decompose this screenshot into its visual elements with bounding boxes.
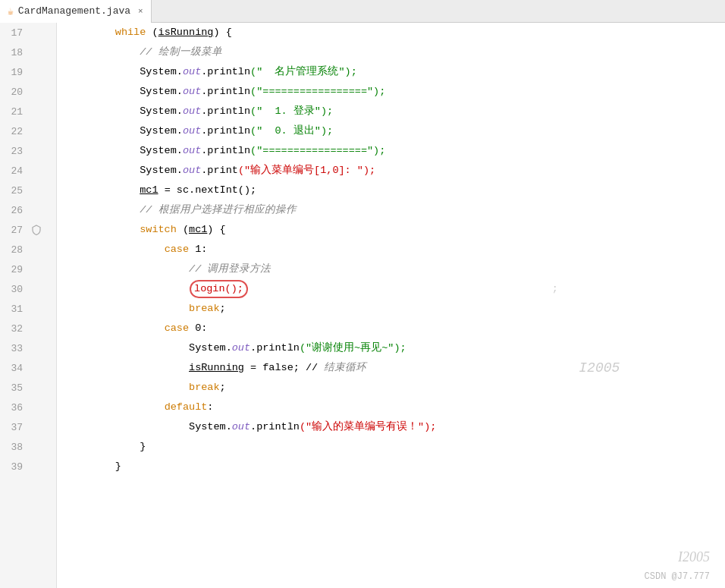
code-token: System. <box>66 141 183 161</box>
code-token: . <box>201 141 207 161</box>
code-line: mc1 = sc.nextInt(); <box>57 181 725 200</box>
tab-bar: ☕ CardManagement.java × <box>0 0 725 23</box>
code-token <box>66 220 140 240</box>
line-number: 23 <box>0 146 29 157</box>
gutter-row: 19 <box>0 62 56 82</box>
code-token: println <box>207 102 250 121</box>
editor-tab[interactable]: ☕ CardManagement.java × <box>0 0 152 23</box>
code-line: System.out.println("输入的菜单编号有误！"); <box>57 417 725 437</box>
gutter-row: 24 <box>0 161 56 181</box>
code-token: switch <box>140 220 177 240</box>
code-token: // <box>66 42 158 62</box>
code-token: while <box>115 23 146 42</box>
line-number: 22 <box>0 126 29 137</box>
code-token: break <box>189 378 220 398</box>
code-token: 0: <box>189 319 207 338</box>
code-area[interactable]: while (isRunning) { // 绘制一级菜单 System.out… <box>57 23 725 588</box>
tab-close-button[interactable]: × <box>138 7 143 16</box>
line-number: 33 <box>0 343 29 354</box>
code-token: out <box>183 82 201 102</box>
code-token: System. <box>66 417 232 437</box>
code-token: ) { <box>207 220 225 240</box>
code-token: (" 0. 退出"); <box>250 121 333 141</box>
code-token: default <box>165 398 208 417</box>
code-token <box>66 398 165 417</box>
code-token: ("输入的菜单编号有误！"); <box>300 417 437 437</box>
code-line: System.out.print("输入菜单编号[1,0]: "); <box>57 161 725 181</box>
code-token: } <box>66 457 121 476</box>
code-token: ("输入菜单编号[1,0]: "); <box>238 161 375 181</box>
code-token: 根据用户选择进行相应的操作 <box>158 200 297 220</box>
code-line: case 0: <box>57 319 725 338</box>
code-token: 绘制一级菜单 <box>158 42 222 62</box>
gutter-row: 30 <box>0 279 56 299</box>
line-number: 27 <box>0 225 29 236</box>
code-token: println <box>207 141 250 161</box>
code-token: = sc.nextInt(); <box>158 181 257 200</box>
code-token: System. <box>66 62 183 82</box>
inline-watermark: I2005 <box>366 358 620 378</box>
line-number: 25 <box>0 185 29 197</box>
code-token: (" 名片管理系统"); <box>250 62 357 82</box>
code-line: login();; <box>57 279 725 299</box>
code-token: 1: <box>189 240 207 259</box>
code-token: ; <box>220 299 226 319</box>
code-token: 结束循环 <box>324 358 366 378</box>
code-token: . <box>250 417 256 437</box>
gutter-row: 34 <box>0 358 56 378</box>
line-number: 37 <box>0 422 29 433</box>
gutter-row: 29 <box>0 259 56 279</box>
code-token: 调用登录方法 <box>207 259 271 279</box>
code-token: // <box>66 200 158 220</box>
line-number: 32 <box>0 323 29 335</box>
editor-window: ☕ CardManagement.java × 1718192021222324… <box>0 0 725 588</box>
code-token <box>66 181 140 200</box>
gutter-row: 20 <box>0 82 56 102</box>
code-line: // 根据用户选择进行相应的操作 <box>57 200 725 220</box>
code-token: . <box>201 82 207 102</box>
code-token: case <box>165 240 189 259</box>
gutter-row: 21 <box>0 102 56 121</box>
code-line: while (isRunning) { <box>57 23 725 42</box>
editor-body: 1718192021222324252627282930313233343536… <box>0 23 725 588</box>
code-token <box>66 378 189 398</box>
code-token: out <box>232 338 250 358</box>
code-token: System. <box>66 82 183 102</box>
code-token: } <box>66 437 146 457</box>
code-token <box>66 23 115 42</box>
code-token: System. <box>66 121 183 141</box>
code-token: System. <box>66 338 232 358</box>
gutter-icon <box>29 225 44 235</box>
gutter-row: 33 <box>0 338 56 358</box>
line-number: 17 <box>0 27 29 39</box>
code-token: . <box>250 338 256 358</box>
code-token: println <box>207 62 250 82</box>
code-line: default: <box>57 398 725 417</box>
code-token: out <box>183 102 201 121</box>
line-number: 18 <box>0 47 29 58</box>
code-line: System.out.println("================="); <box>57 82 725 102</box>
code-line: } <box>57 437 725 457</box>
code-token: ) { <box>213 23 231 42</box>
code-token: println <box>256 338 300 358</box>
login-method-call: login(); <box>190 280 248 298</box>
line-number: 20 <box>0 86 29 98</box>
gutter-row: 22 <box>0 121 56 141</box>
code-token: . <box>201 121 207 141</box>
code-token: ( <box>177 220 189 240</box>
gutter-row: 28 <box>0 240 56 259</box>
line-number: 19 <box>0 67 29 78</box>
line-hint: ; <box>249 279 558 299</box>
line-gutter: 1718192021222324252627282930313233343536… <box>0 23 57 588</box>
code-line: // 绘制一级菜单 <box>57 42 725 62</box>
code-line: System.out.println("================="); <box>57 141 725 161</box>
gutter-row: 31 <box>0 299 56 319</box>
code-token: isRunning <box>158 23 214 42</box>
line-number: 29 <box>0 264 29 275</box>
code-token: isRunning <box>189 358 244 378</box>
code-token: out <box>232 417 250 437</box>
line-number: 39 <box>0 461 29 473</box>
gutter-row: 39 <box>0 457 56 476</box>
code-token: out <box>183 161 201 181</box>
code-line: } <box>57 457 725 476</box>
